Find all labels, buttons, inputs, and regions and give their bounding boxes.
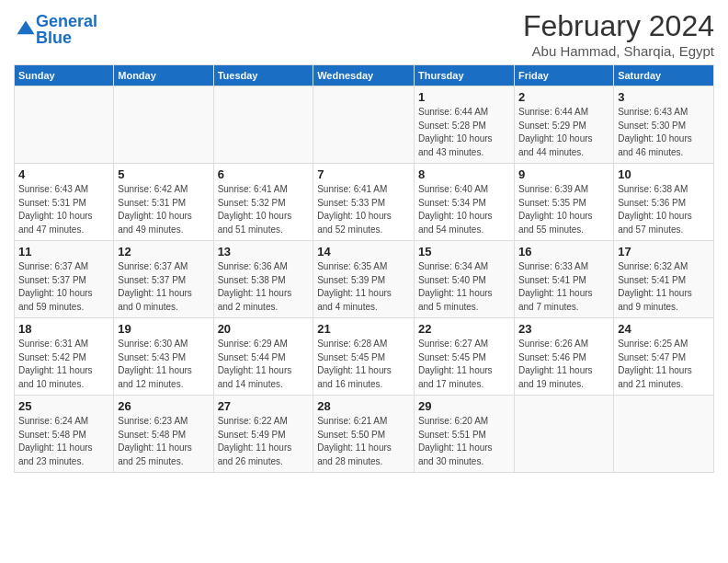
day-detail: Sunrise: 6:43 AM Sunset: 5:30 PM Dayligh… bbox=[618, 106, 710, 159]
day-cell: 1Sunrise: 6:44 AM Sunset: 5:28 PM Daylig… bbox=[415, 86, 515, 164]
weekday-header-tuesday: Tuesday bbox=[213, 65, 313, 86]
day-detail: Sunrise: 6:44 AM Sunset: 5:28 PM Dayligh… bbox=[418, 106, 510, 159]
day-detail: Sunrise: 6:28 AM Sunset: 5:45 PM Dayligh… bbox=[317, 338, 410, 391]
day-detail: Sunrise: 6:39 AM Sunset: 5:35 PM Dayligh… bbox=[518, 183, 609, 236]
day-number: 15 bbox=[418, 245, 510, 259]
day-cell: 15Sunrise: 6:34 AM Sunset: 5:40 PM Dayli… bbox=[415, 241, 515, 318]
location-title: Abu Hammad, Sharqia, Egypt bbox=[523, 43, 714, 59]
day-cell: 11Sunrise: 6:37 AM Sunset: 5:37 PM Dayli… bbox=[15, 241, 114, 318]
day-detail: Sunrise: 6:36 AM Sunset: 5:38 PM Dayligh… bbox=[218, 260, 310, 314]
day-cell bbox=[313, 86, 415, 164]
weekday-header-friday: Friday bbox=[514, 65, 613, 86]
day-number: 2 bbox=[518, 90, 609, 104]
day-detail: Sunrise: 6:41 AM Sunset: 5:32 PM Dayligh… bbox=[218, 183, 310, 236]
day-cell bbox=[213, 86, 313, 164]
day-number: 26 bbox=[118, 399, 209, 413]
day-detail: Sunrise: 6:41 AM Sunset: 5:33 PM Dayligh… bbox=[317, 183, 410, 236]
day-number: 18 bbox=[18, 322, 109, 336]
day-cell: 13Sunrise: 6:36 AM Sunset: 5:38 PM Dayli… bbox=[213, 241, 313, 318]
day-cell: 29Sunrise: 6:20 AM Sunset: 5:51 PM Dayli… bbox=[415, 396, 515, 473]
day-number: 27 bbox=[218, 399, 310, 413]
calendar-table: SundayMondayTuesdayWednesdayThursdayFrid… bbox=[14, 64, 714, 473]
day-number: 28 bbox=[317, 399, 410, 413]
week-row-1: 1Sunrise: 6:44 AM Sunset: 5:28 PM Daylig… bbox=[15, 86, 714, 164]
day-detail: Sunrise: 6:42 AM Sunset: 5:31 PM Dayligh… bbox=[118, 183, 209, 236]
day-cell: 27Sunrise: 6:22 AM Sunset: 5:49 PM Dayli… bbox=[213, 396, 313, 473]
day-cell: 25Sunrise: 6:24 AM Sunset: 5:48 PM Dayli… bbox=[15, 396, 114, 473]
day-number: 6 bbox=[218, 167, 310, 181]
day-detail: Sunrise: 6:24 AM Sunset: 5:48 PM Dayligh… bbox=[18, 415, 109, 468]
day-cell: 7Sunrise: 6:41 AM Sunset: 5:33 PM Daylig… bbox=[313, 164, 415, 241]
day-detail: Sunrise: 6:21 AM Sunset: 5:50 PM Dayligh… bbox=[317, 415, 410, 468]
day-cell: 8Sunrise: 6:40 AM Sunset: 5:34 PM Daylig… bbox=[415, 164, 515, 241]
day-cell bbox=[614, 396, 714, 473]
weekday-header-wednesday: Wednesday bbox=[313, 65, 415, 86]
day-detail: Sunrise: 6:43 AM Sunset: 5:31 PM Dayligh… bbox=[18, 183, 109, 236]
day-detail: Sunrise: 6:22 AM Sunset: 5:49 PM Dayligh… bbox=[218, 415, 310, 468]
day-cell: 18Sunrise: 6:31 AM Sunset: 5:42 PM Dayli… bbox=[15, 318, 114, 396]
weekday-header-row: SundayMondayTuesdayWednesdayThursdayFrid… bbox=[15, 65, 714, 86]
day-cell: 24Sunrise: 6:25 AM Sunset: 5:47 PM Dayli… bbox=[614, 318, 714, 396]
day-number: 19 bbox=[118, 322, 209, 336]
day-number: 4 bbox=[18, 167, 109, 181]
day-number: 16 bbox=[518, 245, 609, 259]
title-area: February 2024 Abu Hammad, Sharqia, Egypt bbox=[523, 9, 714, 59]
day-cell: 10Sunrise: 6:38 AM Sunset: 5:36 PM Dayli… bbox=[614, 164, 714, 241]
day-cell bbox=[514, 396, 613, 473]
day-number: 14 bbox=[317, 245, 410, 259]
day-cell bbox=[114, 86, 213, 164]
day-number: 12 bbox=[118, 245, 209, 259]
day-number: 20 bbox=[218, 322, 310, 336]
day-cell: 12Sunrise: 6:37 AM Sunset: 5:37 PM Dayli… bbox=[114, 241, 213, 318]
day-number: 1 bbox=[418, 90, 510, 104]
day-detail: Sunrise: 6:34 AM Sunset: 5:40 PM Dayligh… bbox=[418, 260, 510, 314]
page: General Blue February 2024 Abu Hammad, S… bbox=[0, 0, 728, 482]
logo-icon bbox=[16, 19, 36, 40]
day-number: 23 bbox=[518, 322, 609, 336]
weekday-header-monday: Monday bbox=[114, 65, 213, 86]
day-cell: 26Sunrise: 6:23 AM Sunset: 5:48 PM Dayli… bbox=[114, 396, 213, 473]
day-number: 11 bbox=[18, 245, 109, 259]
day-number: 13 bbox=[218, 245, 310, 259]
day-number: 29 bbox=[418, 399, 510, 413]
week-row-2: 4Sunrise: 6:43 AM Sunset: 5:31 PM Daylig… bbox=[15, 164, 714, 241]
day-cell: 3Sunrise: 6:43 AM Sunset: 5:30 PM Daylig… bbox=[614, 86, 714, 164]
day-number: 10 bbox=[618, 167, 710, 181]
day-detail: Sunrise: 6:32 AM Sunset: 5:41 PM Dayligh… bbox=[618, 260, 710, 314]
day-cell: 23Sunrise: 6:26 AM Sunset: 5:46 PM Dayli… bbox=[514, 318, 613, 396]
day-cell: 6Sunrise: 6:41 AM Sunset: 5:32 PM Daylig… bbox=[213, 164, 313, 241]
week-row-4: 18Sunrise: 6:31 AM Sunset: 5:42 PM Dayli… bbox=[15, 318, 714, 396]
day-detail: Sunrise: 6:26 AM Sunset: 5:46 PM Dayligh… bbox=[518, 338, 609, 391]
month-title: February 2024 bbox=[523, 9, 714, 43]
day-detail: Sunrise: 6:37 AM Sunset: 5:37 PM Dayligh… bbox=[18, 260, 109, 314]
day-number: 3 bbox=[618, 90, 710, 104]
weekday-header-saturday: Saturday bbox=[614, 65, 714, 86]
day-number: 21 bbox=[317, 322, 410, 336]
day-detail: Sunrise: 6:40 AM Sunset: 5:34 PM Dayligh… bbox=[418, 183, 510, 236]
day-cell: 21Sunrise: 6:28 AM Sunset: 5:45 PM Dayli… bbox=[313, 318, 415, 396]
day-number: 7 bbox=[317, 167, 410, 181]
day-cell: 17Sunrise: 6:32 AM Sunset: 5:41 PM Dayli… bbox=[614, 241, 714, 318]
day-cell bbox=[15, 86, 114, 164]
logo-text-line1: General bbox=[36, 13, 97, 29]
logo-text-line2: Blue bbox=[36, 29, 97, 46]
day-cell: 5Sunrise: 6:42 AM Sunset: 5:31 PM Daylig… bbox=[114, 164, 213, 241]
day-detail: Sunrise: 6:33 AM Sunset: 5:41 PM Dayligh… bbox=[518, 260, 609, 314]
day-cell: 2Sunrise: 6:44 AM Sunset: 5:29 PM Daylig… bbox=[514, 86, 613, 164]
day-number: 9 bbox=[518, 167, 609, 181]
week-row-3: 11Sunrise: 6:37 AM Sunset: 5:37 PM Dayli… bbox=[15, 241, 714, 318]
day-number: 25 bbox=[18, 399, 109, 413]
day-number: 22 bbox=[418, 322, 510, 336]
day-detail: Sunrise: 6:44 AM Sunset: 5:29 PM Dayligh… bbox=[518, 106, 609, 159]
day-detail: Sunrise: 6:20 AM Sunset: 5:51 PM Dayligh… bbox=[418, 415, 510, 468]
day-cell: 16Sunrise: 6:33 AM Sunset: 5:41 PM Dayli… bbox=[514, 241, 613, 318]
day-cell: 4Sunrise: 6:43 AM Sunset: 5:31 PM Daylig… bbox=[15, 164, 114, 241]
day-detail: Sunrise: 6:31 AM Sunset: 5:42 PM Dayligh… bbox=[18, 338, 109, 391]
svg-marker-0 bbox=[17, 20, 34, 34]
day-detail: Sunrise: 6:25 AM Sunset: 5:47 PM Dayligh… bbox=[618, 338, 710, 391]
weekday-header-thursday: Thursday bbox=[415, 65, 515, 86]
day-cell: 14Sunrise: 6:35 AM Sunset: 5:39 PM Dayli… bbox=[313, 241, 415, 318]
day-number: 5 bbox=[118, 167, 209, 181]
day-cell: 9Sunrise: 6:39 AM Sunset: 5:35 PM Daylig… bbox=[514, 164, 613, 241]
day-detail: Sunrise: 6:35 AM Sunset: 5:39 PM Dayligh… bbox=[317, 260, 410, 314]
